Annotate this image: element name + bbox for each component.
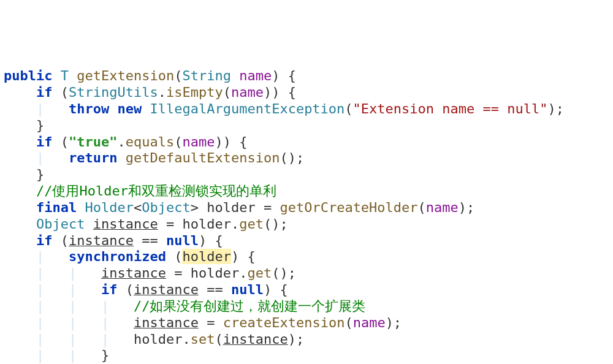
method-getdefaultextension: getDefaultExtension	[126, 150, 280, 165]
line-18: | | }	[4, 347, 109, 363]
type-string: String	[182, 68, 230, 83]
type-object: Object	[142, 200, 190, 215]
indent-guide: |	[36, 332, 44, 347]
indent-guide: |	[69, 298, 77, 314]
param-name: name	[182, 134, 215, 150]
indent-guide: |	[36, 150, 44, 165]
type-illegalargumentexception: IllegalArgumentException	[150, 101, 345, 116]
line-6: | return getDefaultExtension();	[4, 150, 304, 165]
indent-guide: |	[36, 101, 44, 116]
kw-public: public	[4, 68, 52, 83]
line-2: if (StringUtils.isEmpty(name)) {	[4, 85, 296, 100]
var-instance: instance	[134, 282, 199, 297]
indent-guide: |	[36, 315, 44, 330]
kw-null: null	[166, 233, 199, 248]
line-8: //使用Holder和双重检测锁实现的单利	[4, 183, 276, 199]
var-holder: holder	[207, 200, 255, 215]
type-object: Object	[36, 216, 85, 232]
line-10: Object instance = holder.get();	[4, 216, 288, 232]
kw-null: null	[231, 282, 264, 297]
indent-guide: |	[101, 315, 109, 330]
indent-guide: |	[69, 315, 77, 330]
indent-guide: |	[69, 347, 77, 363]
method-createextension: createExtension	[223, 315, 345, 330]
indent-guide: |	[69, 265, 77, 281]
type-holder: Holder	[85, 200, 133, 215]
string-true: "true"	[69, 134, 117, 150]
method-get: get	[247, 265, 272, 281]
param-name: name	[239, 68, 272, 83]
line-3: | throw new IllegalArgumentException("Ex…	[4, 101, 564, 116]
var-instance: instance	[69, 233, 134, 248]
var-holder: holder	[182, 216, 230, 232]
method-getorcreateholder: getOrCreateHolder	[280, 200, 417, 215]
line-17: | | | holder.set(instance);	[4, 332, 304, 347]
code-block: public T getExtension(String name) { if …	[4, 68, 609, 364]
line-12: | synchronized (holder) {	[4, 249, 256, 264]
method-equals: equals	[126, 134, 174, 150]
param-name: name	[353, 315, 386, 330]
indent-guide: |	[101, 298, 109, 314]
indent-guide: |	[36, 265, 44, 281]
method-isempty: isEmpty	[166, 85, 223, 100]
type-t: T	[61, 68, 69, 83]
line-15: | | | //如果没有创建过，就创建一个扩展类	[4, 298, 365, 314]
var-instance: instance	[101, 265, 166, 281]
param-name: name	[231, 85, 264, 100]
kw-throw: throw	[69, 101, 109, 116]
var-holder: holder	[134, 332, 182, 347]
line-13: | | instance = holder.get();	[4, 265, 296, 281]
kw-return: return	[69, 150, 117, 165]
comment-2: //如果没有创建过，就创建一个扩展类	[134, 298, 366, 314]
string-extname: "Extension name == null"	[353, 101, 548, 116]
line-9: final Holder<Object> holder = getOrCreat…	[4, 200, 474, 215]
kw-new: new	[117, 101, 142, 116]
kw-if: if	[36, 134, 53, 150]
kw-if: if	[101, 282, 118, 297]
line-11: if (instance == null) {	[4, 233, 223, 248]
method-get: get	[239, 216, 264, 232]
indent-guide: |	[36, 347, 44, 363]
kw-if: if	[36, 233, 53, 248]
indent-guide: |	[36, 282, 44, 297]
line-4: }	[4, 118, 44, 133]
var-instance: instance	[134, 315, 199, 330]
line-16: | | | instance = createExtension(name);	[4, 315, 402, 330]
indent-guide: |	[101, 332, 109, 347]
method-set: set	[191, 332, 215, 347]
type-stringutils: StringUtils	[69, 85, 158, 100]
method-getextension: getExtension	[77, 68, 174, 83]
var-instance: instance	[93, 216, 158, 232]
kw-synchronized: synchronized	[69, 249, 166, 264]
var-holder: holder	[191, 265, 239, 281]
line-5: if ("true".equals(name)) {	[4, 134, 247, 150]
indent-guide: |	[36, 298, 44, 314]
kw-if: if	[36, 85, 53, 100]
line-7: }	[4, 167, 44, 182]
kw-final: final	[36, 200, 77, 215]
var-instance: instance	[223, 332, 288, 347]
indent-guide: |	[36, 249, 44, 264]
line-1: public T getExtension(String name) {	[4, 68, 296, 83]
param-name: name	[426, 200, 459, 215]
indent-guide: |	[69, 282, 77, 297]
line-14: | | if (instance == null) {	[4, 282, 288, 297]
var-holder-highlight: holder	[182, 249, 230, 264]
comment-1: //使用Holder和双重检测锁实现的单利	[36, 183, 276, 199]
indent-guide: |	[69, 332, 77, 347]
